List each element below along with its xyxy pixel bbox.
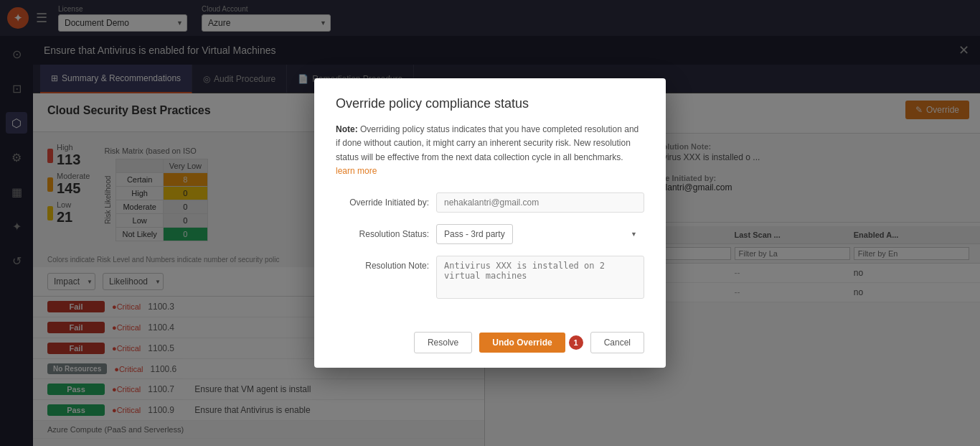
modal-note-text: Overriding policy status indicates that …: [336, 124, 639, 162]
badge-count: 1: [569, 335, 583, 350]
modal-dialog: Override policy compliance status Note: …: [314, 78, 666, 368]
form-row-override: Override Initiated by:: [336, 192, 644, 213]
form-row-resolution-note: Resolution Note: Antivirus XXX is instal…: [336, 256, 644, 299]
resolution-note-form-label: Resolution Note:: [336, 256, 429, 271]
modal-overlay: Override policy compliance status Note: …: [0, 0, 980, 446]
modal-title: Override policy compliance status: [336, 96, 644, 111]
resolution-status-select[interactable]: Pass - 3rd party Pass Fail: [436, 224, 513, 244]
resolve-button[interactable]: Resolve: [414, 332, 472, 353]
modal-note: Note: Overriding policy status indicates…: [336, 123, 644, 178]
modal-note-prefix: Note:: [336, 124, 358, 134]
learn-more-link[interactable]: learn more: [336, 166, 377, 176]
override-initiated-input[interactable]: [436, 192, 644, 213]
resolution-note-textarea[interactable]: Antivirus XXX is installed on 2 virtual …: [436, 256, 644, 299]
override-initiated-label: Override Initiated by:: [336, 192, 429, 208]
resolution-status-label: Resolution Status:: [336, 224, 429, 239]
modal-footer: Resolve Undo Override 1 Cancel: [314, 325, 666, 368]
form-row-resolution-status: Resolution Status: Pass - 3rd party Pass…: [336, 224, 644, 244]
modal-body: Override policy compliance status Note: …: [314, 78, 666, 325]
undo-override-button[interactable]: Undo Override: [479, 333, 565, 353]
resolution-status-select-wrap[interactable]: Pass - 3rd party Pass Fail: [436, 224, 644, 244]
cancel-button[interactable]: Cancel: [590, 332, 644, 353]
